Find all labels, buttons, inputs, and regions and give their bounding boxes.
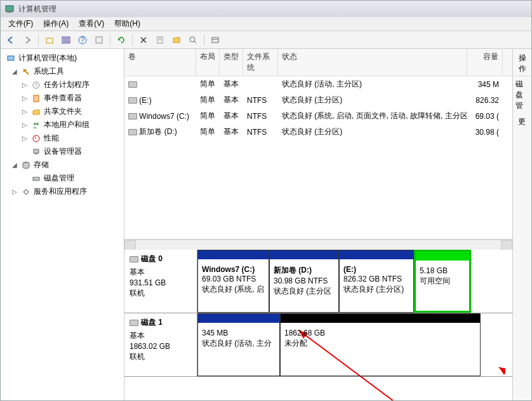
partition[interactable]: 1862.68 GB未分配 [280,313,481,376]
services-icon [21,187,31,197]
partition[interactable]: 345 MB状态良好 (活动, 主分 [197,313,280,376]
expand-icon[interactable]: ▷ [21,95,29,102]
cell-capacity: 69.03 ( [467,109,503,123]
search-icon[interactable] [185,33,201,47]
volume-row[interactable]: (E:)简单基本NTFS状态良好 (主分区)826.32 [124,92,512,108]
tree-label: 计算机管理(本地) [18,53,77,64]
show-hide-button[interactable] [58,33,74,47]
partition[interactable]: Windows7 (C:)69.03 GB NTFS状态良好 (系统, 启 [197,250,269,313]
delete-button[interactable] [136,33,151,47]
back-button[interactable] [3,33,18,47]
disk-label: 磁盘 0 [141,254,163,264]
svg-rect-1 [7,11,12,13]
partitions: Windows7 (C:)69.03 GB NTFS状态良好 (系统, 启新加卷… [197,250,512,313]
drive-icon [128,81,137,88]
cell-type: 基本 [220,78,243,91]
tree-label: 共享文件夹 [44,106,82,117]
cell-type: 基本 [220,125,243,139]
partition-status: 可用空间 [420,276,465,287]
horizontal-scrollbar[interactable] [124,240,512,250]
volume-row[interactable]: 新加卷 (D:)简单基本NTFS状态良好 (主分区)30.98 ( [124,124,512,140]
list-body: 简单基本状态良好 (活动, 主分区)345 M (E:)简单基本NTFS状态良好… [124,76,512,140]
volume-row[interactable]: Windows7 (C:)简单基本NTFS状态良好 (系统, 启动, 页面文件,… [124,108,512,124]
partition-body: (E:)826.32 GB NTFS状态良好 (主分区) [340,259,413,312]
disk-label: 磁盘 1 [141,317,163,328]
partition-body: 新加卷 (D:)30.98 GB NTFS状态良好 (主分区 [270,259,338,312]
disk-status: 联机 [130,288,192,299]
partitions: 345 MB状态良好 (活动, 主分1862.68 GB未分配 [197,313,512,376]
menu-view[interactable]: 查看(V) [74,17,109,31]
partition-size: 1862.68 GB [284,329,476,337]
partition-header [270,250,338,259]
partition-header [340,250,413,259]
partition-size: 30.98 GB NTFS [274,276,335,285]
folder-icon[interactable] [169,33,184,47]
partition-status: 状态良好 (主分区 [274,286,335,297]
drive-icon [130,256,138,262]
expand-icon[interactable]: ▷ [11,188,18,196]
list-icon[interactable] [208,33,223,47]
expand-icon[interactable]: ▷ [21,121,29,129]
properties-icon[interactable] [152,33,168,47]
partition-status: 状态良好 (活动, 主分 [202,338,276,349]
menu-action[interactable]: 操作(A) [38,17,74,31]
window-title: 计算机管理 [18,4,57,15]
expand-icon[interactable]: ▷ [21,135,29,142]
menu-help[interactable]: 帮助(H) [109,17,145,31]
tree-label: 性能 [44,133,59,144]
cell-volume: (E:) [124,93,196,107]
properties-button[interactable] [91,33,107,47]
partition[interactable]: 5.18 GB可用空间 [414,250,471,313]
shared-icon [31,107,41,117]
tree-local-users[interactable]: ▷ 本地用户和组 [2,118,123,132]
col-layout[interactable]: 布局 [196,49,220,76]
actions-item[interactable]: 磁盘管 [514,76,530,114]
cell-status: 状态良好 (主分区) [278,93,467,107]
disk-view: 磁盘 0基本931.51 GB联机Windows7 (C:)69.03 GB N… [124,250,512,400]
svg-point-26 [24,190,28,194]
col-capacity[interactable]: 容量 [467,49,503,76]
actions-item[interactable]: 更 [514,114,530,130]
tree-device-manager[interactable]: 设备管理器 [2,145,123,158]
volume-row[interactable]: 简单基本状态良好 (活动, 主分区)345 M [124,76,512,92]
tree-label: 系统工具 [34,66,64,77]
cell-status: 状态良好 (系统, 启动, 页面文件, 活动, 故障转储, 主分区) [278,109,467,123]
col-type[interactable]: 类型 [220,49,243,76]
forward-button[interactable] [20,33,35,47]
tree-label: 设备管理器 [44,146,82,157]
partition[interactable]: 新加卷 (D:)30.98 GB NTFS状态良好 (主分区 [269,250,339,313]
up-button[interactable] [42,33,57,47]
expand-icon[interactable]: ▷ [21,108,29,116]
cell-type: 基本 [220,109,243,123]
partition[interactable]: (E:)826.32 GB NTFS状态良好 (主分区) [339,250,414,313]
help-button[interactable]: ? [75,33,90,47]
volume-list: 卷 布局 类型 文件系统 状态 容量 简单基本状态良好 (活动, 主分区)345… [124,49,512,240]
collapse-icon[interactable]: ◢ [11,161,18,169]
collapse-icon[interactable]: ◢ [11,68,18,76]
tree-storage[interactable]: ◢ 存储 [2,158,123,172]
menu-file[interactable]: 文件(F) [3,17,38,31]
tree-shared-folders[interactable]: ▷ 共享文件夹 [2,105,123,118]
col-volume[interactable]: 卷 [124,49,196,76]
partition-title: Windows7 (C:) [202,265,265,274]
tree-performance[interactable]: ▷ 性能 [2,132,123,145]
partition-title: (E:) [343,265,409,274]
col-status[interactable]: 状态 [278,49,467,76]
tree-system-tools[interactable]: ◢ 系统工具 [2,65,123,78]
tree-disk-management[interactable]: 磁盘管理 [2,172,123,185]
col-filesystem[interactable]: 文件系统 [243,49,278,76]
svg-line-12 [194,41,196,43]
tree-services[interactable]: ▷ 服务和应用程序 [2,185,123,198]
expand-icon[interactable]: ▷ [21,81,29,89]
disk-info[interactable]: 磁盘 0基本931.51 GB联机 [124,250,197,313]
partition-body: 1862.68 GB未分配 [281,323,480,376]
disk-info[interactable]: 磁盘 1基本1863.02 GB联机 [124,313,197,376]
tree-label: 事件查看器 [44,93,82,104]
partition-status: 状态良好 (系统, 启 [202,284,265,295]
tree-task-scheduler[interactable]: ▷ 任务计划程序 [2,78,123,92]
partition-body: 5.18 GB可用空间 [416,261,469,311]
tree-event-viewer[interactable]: ▷ 事件查看器 [2,92,123,105]
tree-root[interactable]: 计算机管理(本地) [2,51,123,65]
refresh-button[interactable] [114,33,129,47]
svg-rect-3 [62,37,65,43]
